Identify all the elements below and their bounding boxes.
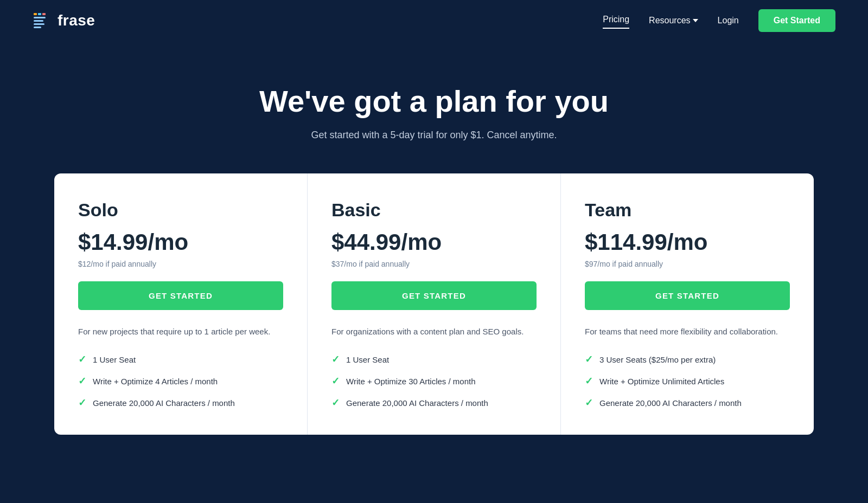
feature-list: ✓ 3 User Seats ($25/mo per extra) ✓ Writ…: [585, 353, 790, 409]
hero-title: We've got a plan for you: [11, 84, 857, 119]
feature-text: Write + Optimize 30 Articles / month: [346, 377, 476, 386]
feature-item: ✓ Generate 20,000 AI Characters / month: [331, 397, 537, 409]
check-icon: ✓: [585, 397, 593, 409]
feature-text: Write + Optimize Unlimited Articles: [599, 377, 724, 386]
plan-annual: $37/mo if paid annually: [331, 260, 537, 268]
pricing-card-solo: Solo $14.99/mo $12/mo if paid annually G…: [54, 173, 308, 435]
pricing-section: Solo $14.99/mo $12/mo if paid annually G…: [0, 173, 868, 467]
plan-name: Team: [585, 199, 790, 221]
check-icon: ✓: [331, 397, 340, 409]
nav-get-started-button[interactable]: Get Started: [758, 9, 835, 32]
feature-item: ✓ Write + Optimize Unlimited Articles: [585, 375, 790, 387]
svg-rect-4: [34, 20, 43, 22]
nav-login[interactable]: Login: [718, 16, 739, 25]
feature-item: ✓ 1 User Seat: [331, 353, 537, 365]
plan-price: $114.99/mo: [585, 229, 790, 255]
feature-text: 3 User Seats ($25/mo per extra): [599, 355, 716, 364]
check-icon: ✓: [78, 397, 86, 409]
feature-item: ✓ Generate 20,000 AI Characters / month: [585, 397, 790, 409]
plan-get-started-button[interactable]: GET STARTED: [331, 281, 537, 310]
svg-rect-6: [34, 27, 41, 28]
nav-pricing[interactable]: Pricing: [603, 15, 629, 27]
nav-links: Pricing Resources Login Get Started: [603, 9, 835, 32]
plan-price: $44.99/mo: [331, 229, 537, 255]
feature-item: ✓ Write + Optimize 30 Articles / month: [331, 375, 537, 387]
svg-rect-2: [42, 13, 46, 15]
svg-rect-3: [34, 17, 46, 18]
plan-description: For new projects that require up to 1 ar…: [78, 325, 283, 338]
feature-item: ✓ 3 User Seats ($25/mo per extra): [585, 353, 790, 365]
feature-text: Generate 20,000 AI Characters / month: [93, 398, 235, 408]
svg-rect-0: [34, 13, 37, 15]
feature-list: ✓ 1 User Seat ✓ Write + Optimize 30 Arti…: [331, 353, 537, 409]
logo[interactable]: frase: [33, 11, 95, 30]
feature-text: Generate 20,000 AI Characters / month: [599, 398, 742, 408]
pricing-card-basic: Basic $44.99/mo $37/mo if paid annually …: [308, 173, 561, 435]
feature-text: Write + Optimize 4 Articles / month: [93, 377, 218, 386]
feature-list: ✓ 1 User Seat ✓ Write + Optimize 4 Artic…: [78, 353, 283, 409]
feature-item: ✓ 1 User Seat: [78, 353, 283, 365]
check-icon: ✓: [331, 375, 340, 387]
feature-item: ✓ Generate 20,000 AI Characters / month: [78, 397, 283, 409]
feature-item: ✓ Write + Optimize 4 Articles / month: [78, 375, 283, 387]
plan-name: Basic: [331, 199, 537, 221]
check-icon: ✓: [585, 353, 593, 365]
feature-text: 1 User Seat: [346, 355, 389, 364]
plan-price: $14.99/mo: [78, 229, 283, 255]
check-icon: ✓: [331, 353, 340, 365]
plan-annual: $12/mo if paid annually: [78, 260, 283, 268]
check-icon: ✓: [585, 375, 593, 387]
plan-annual: $97/mo if paid annually: [585, 260, 790, 268]
plan-name: Solo: [78, 199, 283, 221]
brand-name: frase: [58, 12, 95, 29]
nav-resources[interactable]: Resources: [649, 16, 698, 25]
plan-get-started-button[interactable]: GET STARTED: [585, 281, 790, 310]
plan-description: For organizations with a content plan an…: [331, 325, 537, 338]
svg-rect-1: [38, 13, 41, 15]
hero-section: We've got a plan for you Get started wit…: [0, 41, 868, 173]
svg-rect-5: [34, 23, 44, 25]
feature-text: Generate 20,000 AI Characters / month: [346, 398, 488, 408]
pricing-card-team: Team $114.99/mo $97/mo if paid annually …: [561, 173, 814, 435]
plan-get-started-button[interactable]: GET STARTED: [78, 281, 283, 310]
chevron-down-icon: [693, 19, 698, 22]
plan-description: For teams that need more flexibility and…: [585, 325, 790, 338]
hero-subtitle: Get started with a 5-day trial for only …: [11, 130, 857, 141]
navbar: frase Pricing Resources Login Get Starte…: [0, 0, 868, 41]
logo-icon: [33, 11, 52, 30]
check-icon: ✓: [78, 375, 86, 387]
check-icon: ✓: [78, 353, 86, 365]
feature-text: 1 User Seat: [93, 355, 136, 364]
